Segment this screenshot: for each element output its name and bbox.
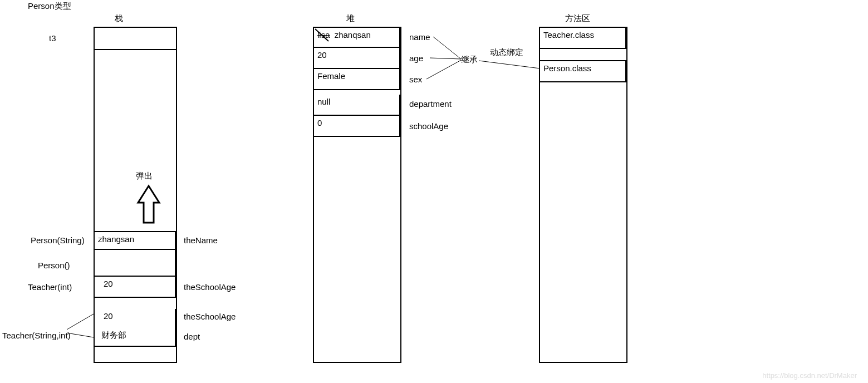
- heap-label-age: age: [409, 53, 423, 63]
- stack-t3-divider: [94, 49, 176, 50]
- stack-cell-teacher-strint-1: 20: [94, 309, 176, 328]
- svg-line-1: [67, 314, 94, 330]
- heap-cell-name: lisa zhanqsan: [313, 27, 400, 48]
- stack-header: 栈: [115, 13, 123, 24]
- heap-label-name: name: [409, 32, 430, 42]
- heap-header: 堆: [346, 13, 355, 24]
- method-header: 方法区: [565, 13, 590, 24]
- heap-label-schoolage: schoolAge: [409, 121, 448, 131]
- heap-name-old-text: lisa: [317, 30, 332, 40]
- stack-label-teacher-int-left: Teacher(int): [28, 282, 72, 292]
- heap-cell-schoolage: 0: [313, 116, 400, 137]
- stack-label-teacher-strint-1-right: theSchoolAge: [184, 312, 236, 321]
- method-cell-person: Person.class: [539, 60, 626, 82]
- svg-line-7: [479, 61, 540, 68]
- stack-var-t3: t3: [49, 33, 56, 43]
- stack-label-person-string-left: Person(String): [31, 235, 85, 245]
- svg-line-4: [433, 37, 461, 59]
- stack-label-teacher-int-right: theSchoolAge: [184, 282, 236, 292]
- svg-line-2: [67, 333, 94, 337]
- stack-pop-label: 弹出: [136, 171, 153, 181]
- svg-marker-0: [138, 186, 159, 223]
- method-cell-teacher: Teacher.class: [539, 27, 626, 49]
- stack-label-person-string-right: theName: [184, 235, 218, 245]
- inherit-label: 继承: [461, 55, 478, 65]
- stack-cell-teacher-int: 20: [94, 277, 176, 298]
- strike-icon: [314, 28, 331, 45]
- heap-name-new: zhanqsan: [335, 30, 371, 40]
- svg-line-6: [426, 60, 461, 79]
- heap-cell-age: 20: [313, 48, 400, 69]
- connector-teacher-strint: [67, 307, 100, 341]
- heap-cell-department: null: [313, 95, 400, 116]
- stack-cell-teacher-strint-2: 财务部: [94, 328, 176, 347]
- svg-line-3: [315, 29, 328, 41]
- heap-label-department: department: [409, 99, 452, 109]
- heap-cell-sex: Female: [313, 69, 400, 90]
- arrow-up-icon: [134, 184, 167, 228]
- dynbind-connector: [479, 53, 546, 70]
- heap-label-sex: sex: [409, 75, 422, 84]
- stack-label-teacher-strint-left: Teacher(String,int): [2, 331, 71, 340]
- svg-line-5: [430, 58, 461, 59]
- stack-label-teacher-strint-2-right: dept: [184, 332, 200, 341]
- stack-cell-person-string: zhangsan: [94, 231, 176, 250]
- stack-label-person-noarg-left: Person(): [38, 261, 70, 270]
- diagram-title: Person类型: [28, 1, 71, 12]
- stack-cell-person-noarg: [94, 250, 176, 277]
- watermark: https://blog.csdn.net/DrMaker: [762, 371, 857, 380]
